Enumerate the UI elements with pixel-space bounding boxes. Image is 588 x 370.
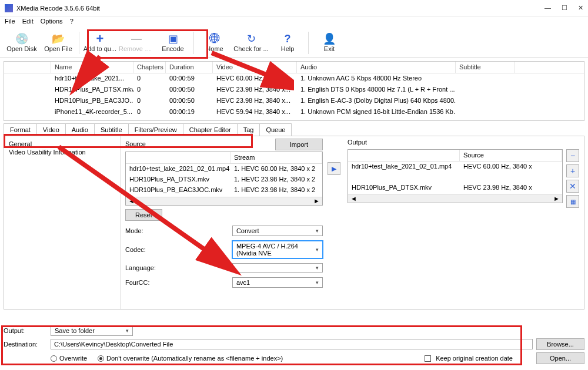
overwrite-radio[interactable]: Overwrite bbox=[51, 355, 87, 362]
codec-label: Codec: bbox=[125, 246, 232, 253]
h-scrollbar[interactable]: ◄► bbox=[348, 194, 562, 203]
tab-subtitle[interactable]: Subtitle bbox=[94, 123, 129, 136]
minimize-button[interactable]: — bbox=[544, 4, 551, 12]
language-label: Language: bbox=[125, 264, 232, 271]
grid-button[interactable]: ▦ bbox=[566, 195, 579, 208]
disk-icon: 💿 bbox=[16, 33, 28, 45]
mode-dropdown[interactable]: Convert▾ bbox=[232, 226, 323, 236]
media-icon: ▣ bbox=[167, 33, 179, 45]
menubar: File Edit Options ? bbox=[0, 16, 588, 28]
file-row[interactable]: hdr10+test_lake_2021...000:00:59HEVC 60.… bbox=[4, 73, 584, 85]
refresh-icon: ↻ bbox=[245, 33, 257, 45]
destination-input[interactable]: C:\Users\Kevincy\Desktop\Converted File bbox=[51, 339, 533, 349]
keep-date-checkbox[interactable]: Keep original creation date bbox=[425, 355, 513, 362]
col-video[interactable]: Video bbox=[213, 62, 297, 73]
side-general[interactable]: General bbox=[9, 140, 115, 148]
codec-dropdown[interactable]: MPEG-4 AVC / H.264 (Nvidia NVE▾ bbox=[232, 241, 323, 258]
toolbar: 💿Open Disk 📂Open File +Add to qu... —Rem… bbox=[0, 28, 588, 58]
folder-icon: 📂 bbox=[52, 33, 64, 45]
minus-icon: — bbox=[131, 33, 142, 45]
h-scrollbar[interactable]: ◄► bbox=[126, 197, 322, 205]
tab-video[interactable]: Video bbox=[36, 123, 66, 136]
output-target-dropdown[interactable]: Save to folder▾ bbox=[51, 325, 133, 336]
globe-icon: 🌐︎ bbox=[209, 33, 220, 45]
exit-button[interactable]: 👤Exit bbox=[311, 29, 348, 56]
dont-overwrite-radio[interactable]: Don't overwrite (Automatically rename as… bbox=[98, 355, 283, 362]
close-button[interactable]: ✕ bbox=[578, 4, 583, 12]
source-list[interactable]: Stream hdr10+test_lake_2021_02_01.mp41. … bbox=[125, 152, 323, 206]
output-label: Output bbox=[348, 139, 579, 146]
remove-job-button[interactable]: —Remove Job bbox=[118, 29, 155, 56]
tab-filters[interactable]: Filters/Preview bbox=[128, 123, 183, 136]
col-name[interactable]: Name bbox=[51, 62, 133, 73]
transfer-right-button[interactable]: ▶ bbox=[328, 162, 340, 175]
tab-audio[interactable]: Audio bbox=[65, 123, 95, 136]
reset-button[interactable]: Reset bbox=[125, 209, 162, 221]
mode-label: Mode: bbox=[125, 227, 232, 234]
file-row[interactable]: iPhone11_4K-recorder_5...000:00:19HEVC 5… bbox=[4, 107, 584, 118]
check-updates-button[interactable]: ↻Check for ... bbox=[233, 29, 269, 56]
col-subtitle[interactable]: Subtitle bbox=[456, 62, 514, 73]
question-icon: ? bbox=[282, 33, 293, 45]
file-row[interactable]: HDR10Plus_PA_DTSX.mkv000:00:50HEVC 23.98… bbox=[4, 85, 584, 96]
titlebar: XMedia Recode 3.5.6.6 64bit — ☐ ✕ bbox=[0, 0, 588, 16]
file-list-header: Name Chapters Duration Video Audio Subti… bbox=[4, 62, 584, 73]
destination-label: Destination: bbox=[4, 341, 51, 348]
file-list[interactable]: Name Chapters Duration Video Audio Subti… bbox=[4, 61, 584, 121]
col-audio[interactable]: Audio bbox=[297, 62, 456, 73]
output-target-label: Output: bbox=[4, 327, 51, 334]
open-file-button[interactable]: 📂Open File bbox=[40, 29, 76, 56]
delete-item-button[interactable]: ✕ bbox=[566, 180, 579, 193]
col-duration[interactable]: Duration bbox=[166, 62, 213, 73]
tab-chapter[interactable]: Chapter Editor bbox=[183, 123, 238, 136]
chevron-down-icon: ▾ bbox=[126, 328, 129, 334]
chevron-down-icon: ▾ bbox=[316, 265, 319, 271]
col-stream[interactable]: Stream bbox=[230, 152, 322, 163]
import-button[interactable]: Import bbox=[275, 139, 323, 150]
add-to-queue-button[interactable]: +Add to qu... bbox=[82, 29, 118, 56]
window-title: XMedia Recode 3.5.6.6 64bit bbox=[16, 5, 544, 12]
encode-button[interactable]: ▣Encode bbox=[155, 29, 191, 56]
col-source[interactable]: Source bbox=[460, 150, 562, 161]
open-button[interactable]: Open... bbox=[536, 352, 584, 364]
tab-format[interactable]: Format bbox=[4, 123, 37, 136]
menu-file[interactable]: File bbox=[5, 18, 15, 27]
fourcc-dropdown[interactable]: avc1▾ bbox=[232, 277, 323, 288]
fourcc-label: FourCC: bbox=[125, 279, 232, 286]
tab-tag[interactable]: Tag bbox=[237, 123, 260, 136]
home-button[interactable]: 🌐︎Home bbox=[196, 29, 233, 56]
tab-body: General Video Usability Information Sour… bbox=[4, 136, 584, 310]
col-chapters[interactable]: Chapters bbox=[133, 62, 166, 73]
file-row[interactable]: HDR10Plus_PB_EAC3JO...000:00:50HEVC 23.9… bbox=[4, 96, 584, 107]
app-icon bbox=[5, 4, 13, 12]
plus-icon: + bbox=[94, 33, 106, 45]
menu-options[interactable]: Options bbox=[41, 18, 63, 27]
bottom-panel: Output: Save to folder▾ Destination: C:\… bbox=[0, 323, 588, 370]
side-vui[interactable]: Video Usability Information bbox=[9, 148, 115, 156]
add-item-button[interactable]: + bbox=[566, 164, 579, 177]
remove-item-button[interactable]: − bbox=[566, 149, 579, 162]
menu-edit[interactable]: Edit bbox=[22, 18, 34, 27]
maximize-button[interactable]: ☐ bbox=[562, 4, 567, 12]
user-icon: 👤 bbox=[323, 33, 335, 45]
menu-help[interactable]: ? bbox=[70, 18, 74, 27]
browse-button[interactable]: Browse... bbox=[536, 338, 584, 350]
help-button[interactable]: ?Help bbox=[269, 29, 306, 56]
output-list[interactable]: Source hdr10+test_lake_2021_02_01.mp4HEV… bbox=[348, 149, 563, 203]
chevron-down-icon: ▾ bbox=[316, 228, 319, 234]
tab-bar: Format Video Audio Subtitle Filters/Prev… bbox=[4, 123, 584, 136]
side-nav: General Video Usability Information bbox=[4, 136, 121, 309]
open-disk-button[interactable]: 💿Open Disk bbox=[4, 29, 40, 56]
source-label: Source bbox=[125, 140, 146, 147]
chevron-down-icon: ▾ bbox=[316, 280, 319, 285]
language-dropdown[interactable]: ▾ bbox=[232, 263, 323, 273]
tab-queue[interactable]: Queue bbox=[259, 123, 292, 136]
chevron-down-icon: ▾ bbox=[316, 247, 319, 253]
